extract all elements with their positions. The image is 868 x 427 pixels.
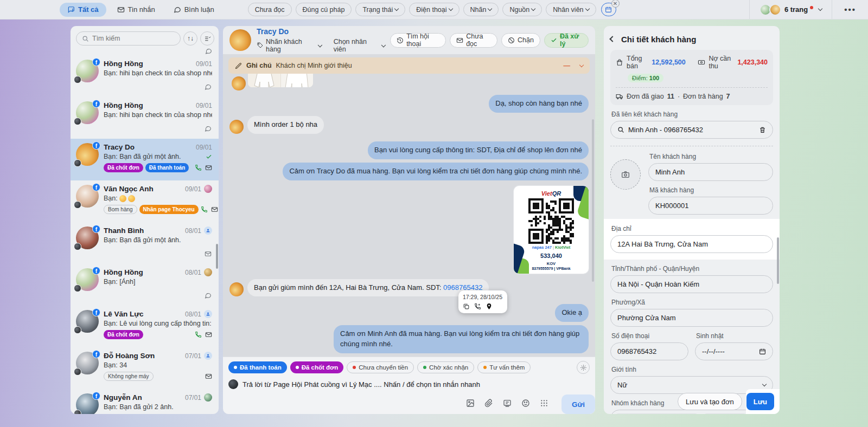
save-and-create-order-button[interactable]: Lưu và tạo đơn [678,393,742,410]
address-input[interactable] [617,240,766,248]
conversation-row-selected[interactable]: f Tracy Do09/01 Bạn: Bạn đã gửi một ảnh.… [71,139,219,180]
conversation-row[interactable]: f Hồng Hồng09/01 Bạn: hihi bạn check tin… [71,97,219,139]
birthday-input-wrap[interactable] [695,342,773,360]
conversation-row[interactable]: f Nguyễn An07/01 Bạn: Bạn đã gửi 2 ảnh. [71,389,219,414]
chevron-down-icon[interactable] [579,62,584,67]
message-bubble-out[interactable]: Cảm ơn Tracy Do đã mua hàng. Bạn vui lòn… [283,163,589,180]
filter-phone[interactable]: Điện thoại [409,3,459,16]
more-menu-button[interactable]: ••• [832,5,868,14]
mail-icon[interactable] [211,206,218,213]
image-attach-icon[interactable] [466,399,475,407]
message-bubble-out[interactable]: Okie ạ [555,304,589,322]
tab-messages[interactable]: Tin nhắn [110,3,163,17]
filter-valid-syntax[interactable]: Đúng cú pháp [296,3,352,16]
view-options-button[interactable] [200,31,214,46]
save-button[interactable]: Lưu [746,393,774,410]
message-bubble-in[interactable]: Mình order 1 bộ nha [247,116,324,134]
message-input-row[interactable]: Trả lời từ Page Hội Phát cuồng vì Lý Mạc… [228,379,590,389]
conversation-note-bar[interactable]: Ghi chú Khách chị Minh giới thiệu — [228,57,590,74]
back-icon[interactable] [609,36,615,42]
mark-unread-button[interactable]: Chưa đọc [450,33,497,48]
province-input-wrap[interactable] [610,275,773,293]
mail-icon[interactable] [205,331,212,338]
tab-all[interactable]: Tất cả [60,3,106,17]
message-bubble-out[interactable]: Cảm ơn Minh Anh đã mua hàng. Bạn vui lòn… [334,325,589,353]
quick-tag[interactable]: Đã chốt đơn [290,361,344,373]
panel-scrollbar[interactable] [777,237,779,284]
assignee-person-icon [204,227,212,235]
qr-amount: 533,040 [517,253,585,259]
code-input[interactable] [655,202,766,210]
pages-switcher[interactable]: 6 trang [750,4,832,16]
filter-source[interactable]: Nguồn [502,3,542,16]
quick-reply-icon[interactable] [503,399,512,407]
message-bubble-out[interactable]: Dạ, shop còn hàng bạn nhé [489,95,589,113]
search-conversation-button[interactable]: Tìm hội thoại [390,33,446,48]
conversation-sidebar: ↑↓ f Hồng Hồng09/01 Bạn: hihi bạn check … [71,26,219,414]
contact-name[interactable]: Tracy Do [257,27,385,36]
name-input-wrap[interactable] [648,163,773,181]
conversation-row[interactable]: f Đỗ Hoàng Sơn07/01 Bạn: 34 Không nghe m… [71,347,219,389]
vietqr-payment-card[interactable]: VietQR napas 247 | KiotViet 533,040 KOV … [514,186,589,274]
phone-input[interactable] [617,347,681,355]
apps-grid-icon[interactable] [540,399,548,407]
date-filter-button[interactable]: ✕ [601,3,616,16]
panel-title: Chi tiết khách hàng [621,35,696,44]
mail-icon[interactable] [205,164,212,171]
customer-label-dropdown[interactable]: Nhãn khách hàng [257,38,322,53]
resolved-button[interactable]: Đã xử lý [544,33,589,48]
sidebar-scrollbar[interactable] [216,244,218,269]
birthday-input[interactable] [702,347,755,355]
search-icon [617,126,624,133]
filter-status[interactable]: Trạng thái [355,3,405,16]
tab-comments[interactable]: Bình luận [166,3,222,17]
message-bubble-out[interactable]: Bạn vui lòng cung cấp thông tin: SDT, Đị… [368,141,589,159]
conversation-row[interactable]: f Hồng Hồng09/01 Bạn: hihi bạn check tin… [71,55,219,97]
conversation-row[interactable]: f Văn Ngọc Anh09/01 Bạn: Bom hàng Nhãn p… [71,180,219,222]
location-pin-icon[interactable] [486,303,493,310]
facebook-icon: f [92,225,100,233]
gear-icon[interactable] [577,361,590,374]
clear-date-filter-icon[interactable]: ✕ [611,0,620,8]
emoji-icon[interactable] [521,399,530,407]
search-input[interactable] [76,31,181,46]
conversation-row[interactable]: f Thanh Bình08/01 Bạn: Bạn đã gửi một ản… [71,222,219,264]
conversation-row[interactable]: f Lê Văn Lực08/01 Bạn: Lê vui lòng cung … [71,306,219,347]
trash-icon[interactable] [759,126,766,133]
quick-tag[interactable]: Chờ xác nhận [417,361,474,373]
code-input-wrap[interactable] [648,197,773,215]
conversation-row[interactable]: f Hồng Hồng08/01 Bạn: [Ảnh] [71,264,219,306]
calendar-icon[interactable] [759,348,766,355]
phone-icon[interactable] [195,164,202,171]
assign-staff-dropdown[interactable]: Chọn nhân viên [334,38,385,53]
linked-customer-field[interactable] [628,126,755,134]
sort-button[interactable]: ↑↓ [183,31,197,46]
phone-icon[interactable] [201,206,208,213]
filter-staff[interactable]: Nhân viên [546,3,596,16]
quick-tag[interactable]: Chưa chuyển tiền [347,361,414,373]
ward-input[interactable] [617,314,766,322]
phone-input-wrap[interactable] [610,342,688,360]
quick-tag[interactable]: Tư vấn thêm [477,361,531,373]
chat-scrollbar[interactable] [592,119,594,282]
name-label: Tên khách hàng [649,153,772,160]
block-button[interactable]: Chặn [501,33,540,48]
ward-input-wrap[interactable] [610,309,773,327]
mail-icon[interactable] [205,373,212,380]
province-input[interactable] [617,280,766,288]
quick-tag[interactable]: Đã thanh toán [228,361,287,373]
send-button[interactable]: Gửi [561,394,595,414]
upload-avatar-button[interactable] [610,159,641,190]
phone-icon[interactable] [195,331,202,338]
filter-unread[interactable]: Chưa đọc [248,3,292,16]
paperclip-icon[interactable] [484,399,493,407]
linked-customer-search[interactable] [610,121,773,139]
copy-icon[interactable] [463,303,470,310]
search-field[interactable] [92,35,175,42]
address-input-wrap[interactable] [610,235,773,253]
filter-label[interactable]: Nhãn [463,3,499,16]
collapse-note-icon[interactable]: — [564,62,571,69]
name-input[interactable] [655,168,766,176]
message-bubble-in[interactable]: Bạn gửi giùm mình đến 12A, Hai Bà Trưng,… [247,279,489,297]
call-add-icon[interactable] [474,303,481,310]
